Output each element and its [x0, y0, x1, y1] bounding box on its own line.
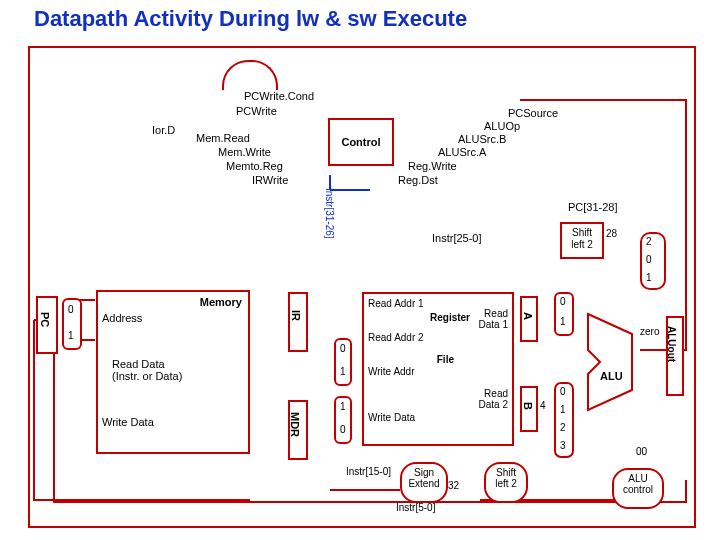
mux-memtoreg-0: 0	[340, 424, 346, 435]
rf-readaddr1: Read Addr 1	[368, 298, 424, 309]
lbl-00: 00	[636, 446, 647, 457]
lbl-4: 4	[540, 400, 546, 411]
lbl-28: 28	[606, 228, 617, 239]
mux-regdst: 0 1	[334, 338, 352, 386]
lbl-pcwrite: PCWrite	[236, 105, 277, 117]
mux-alusrcb: 0 1 2 3	[554, 382, 574, 458]
mux-memtoreg-1: 1	[340, 401, 346, 412]
mux-iord-0: 0	[68, 304, 74, 315]
mux-alusrcb-0: 0	[560, 386, 566, 397]
register-file: Read Addr 1 Read Addr 2 Write Addr Write…	[362, 292, 514, 446]
mux-pcsource: 2 0 1	[640, 232, 666, 290]
lbl-instr25-0: Instr[25-0]	[432, 232, 482, 244]
lbl-memwrite: Mem.Write	[218, 146, 271, 158]
lbl-32: 32	[448, 480, 459, 491]
mux-iord: 0 1	[62, 298, 82, 350]
lbl-irwrite: IRWrite	[252, 174, 288, 186]
lbl-instr5-0: Instr[5-0]	[396, 502, 435, 513]
lbl-alusrcb: ALUSrc.B	[458, 133, 506, 145]
shift-left-2-upper: Shift left 2	[560, 222, 604, 259]
lbl-alusrca: ALUSrc.A	[438, 146, 486, 158]
lbl-pc31-28: PC[31-28]	[568, 201, 618, 213]
memory-readdata-label: Read Data (Instr. or Data)	[112, 358, 182, 382]
mux-opt-2: 2	[646, 236, 652, 247]
lbl-aluop: ALUOp	[484, 120, 520, 132]
mux-alusrca: 0 1	[554, 292, 574, 336]
memory-address-label: Address	[102, 312, 142, 324]
control-block: Control	[328, 118, 394, 166]
ir-register: IR	[288, 292, 308, 352]
alu-shape	[586, 312, 646, 412]
a-register: A	[520, 296, 538, 342]
shift-left-2-lower: Shift left 2	[484, 462, 528, 503]
memory-block: Memory Address Read Data (Instr. or Data…	[96, 290, 250, 454]
mux-regdst-0: 0	[340, 343, 346, 354]
b-register: B	[520, 386, 538, 432]
lbl-regdst: Reg.Dst	[398, 174, 438, 186]
mux-alusrcb-1: 1	[560, 404, 566, 415]
mux-regdst-1: 1	[340, 366, 346, 377]
mux-iord-1: 1	[68, 330, 74, 341]
lbl-iord: Ior.D	[152, 124, 175, 136]
rf-title2: File	[437, 354, 454, 365]
pc-register: PC	[36, 296, 58, 354]
lbl-regwrite: Reg.Write	[408, 160, 457, 172]
mux-alusrcb-3: 3	[560, 440, 566, 451]
lbl-pcsource: PCSource	[508, 107, 558, 119]
memory-writedata-label: Write Data	[102, 416, 154, 428]
mux-opt-0: 0	[646, 254, 652, 265]
mux-alusrcb-2: 2	[560, 422, 566, 433]
alu-label: ALU	[600, 370, 623, 382]
alu-control: ALU control	[612, 468, 664, 509]
mux-alusrca-0: 0	[560, 296, 566, 307]
mux-alusrca-1: 1	[560, 316, 566, 327]
lbl-pcwritecond: PCWrite.Cond	[244, 90, 314, 102]
lbl-memtoreg: Memto.Reg	[226, 160, 283, 172]
aluout-register: ALUout	[666, 316, 684, 396]
rf-rd1: Read Data 1	[479, 308, 508, 330]
wiring	[0, 0, 720, 540]
rf-readaddr2: Read Addr 2	[368, 332, 424, 343]
mux-memtoreg: 1 0	[334, 396, 352, 444]
lbl-memread: Mem.Read	[196, 132, 250, 144]
memory-title: Memory	[200, 296, 242, 308]
lbl-instr15-0: Instr[15-0]	[346, 466, 391, 477]
alu-zero: zero	[640, 326, 659, 337]
mux-opt-1: 1	[646, 272, 652, 283]
lbl-instr31-26: Instr[31-26]	[324, 188, 335, 239]
rf-writedata: Write Data	[368, 412, 415, 423]
svg-marker-0	[588, 314, 632, 410]
rf-writeaddr: Write Addr	[368, 366, 415, 377]
sign-extend: Sign Extend	[400, 462, 448, 503]
rf-title1: Register	[430, 312, 470, 323]
rf-rd2: Read Data 2	[479, 388, 508, 410]
mdr-register: MDR	[288, 400, 308, 460]
